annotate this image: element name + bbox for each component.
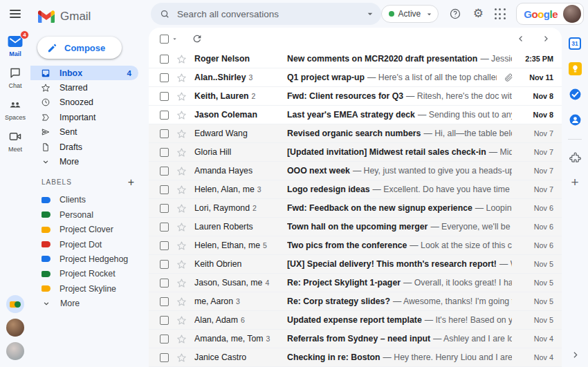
contacts-icon[interactable]: [569, 113, 582, 126]
label-item-project-hedgehog[interactable]: Project Hedgehog: [30, 252, 145, 266]
star-icon[interactable]: [176, 203, 187, 214]
email-row[interactable]: Alan, Adam6Updated expense report templa…: [149, 311, 562, 330]
search-options-caret-icon[interactable]: [365, 8, 376, 19]
label-name: Project Skyline: [59, 284, 116, 294]
newer-page-icon[interactable]: [516, 34, 526, 44]
app-shortcut-avatar[interactable]: [6, 295, 24, 313]
keep-icon[interactable]: [569, 62, 582, 75]
collapse-panel-icon[interactable]: [570, 350, 580, 360]
select-caret-icon[interactable]: [170, 35, 179, 44]
select-all-checkbox[interactable]: [160, 35, 169, 44]
email-row[interactable]: Amanda, me, Tom3Referrals from Sydney – …: [149, 330, 562, 348]
row-checkbox[interactable]: [160, 111, 169, 120]
email-row[interactable]: Keith Obrien[UX] Special delivery! This …: [149, 255, 562, 274]
email-row[interactable]: Helen, Alan, me3Logo redesign ideas— Exc…: [149, 180, 562, 199]
row-checkbox[interactable]: [160, 92, 169, 101]
star-icon[interactable]: [176, 259, 187, 270]
calendar-icon[interactable]: 31: [569, 37, 581, 50]
star-icon[interactable]: [176, 91, 187, 102]
settings-gear-icon[interactable]: ⚙: [472, 8, 484, 20]
email-subject: Revised organic search numbers: [287, 129, 421, 138]
email-row[interactable]: Alan..Shirley3Q1 project wrap-up— Here's…: [149, 68, 562, 87]
email-row[interactable]: Jason, Susan, me4Re: Project Skylight 1-…: [149, 274, 562, 292]
tasks-icon[interactable]: [569, 88, 582, 101]
email-row[interactable]: Helen, Ethan, me5Two pics from the confe…: [149, 236, 562, 255]
star-icon[interactable]: [176, 278, 187, 288]
compose-button[interactable]: Compose: [37, 37, 122, 59]
row-checkbox[interactable]: [160, 353, 169, 362]
get-addons-plus-icon[interactable]: +: [571, 177, 578, 188]
email-row[interactable]: Janice CastroChecking in re: Boston— Hey…: [149, 348, 562, 367]
sidebar-item-more[interactable]: More: [30, 154, 138, 169]
row-checkbox[interactable]: [160, 55, 169, 64]
star-icon[interactable]: [176, 222, 187, 232]
row-checkbox[interactable]: [160, 148, 169, 157]
profile-avatar[interactable]: [563, 5, 581, 23]
row-checkbox[interactable]: [160, 297, 169, 306]
star-icon[interactable]: [176, 241, 187, 251]
main-menu-button[interactable]: [10, 10, 21, 18]
sidebar-item-sent[interactable]: Sent: [30, 125, 138, 140]
row-checkbox[interactable]: [160, 185, 169, 194]
email-row[interactable]: me, Aaron3Re: Corp strategy slides?— Awe…: [149, 292, 562, 311]
help-icon[interactable]: [449, 8, 461, 20]
sidebar-item-snoozed[interactable]: Snoozed: [30, 95, 138, 110]
email-row[interactable]: Edward WangRevised organic search number…: [149, 124, 562, 143]
rail-item-spaces[interactable]: Spaces: [5, 98, 26, 121]
rail-item-chat[interactable]: Chat: [7, 66, 24, 89]
row-checkbox[interactable]: [160, 73, 169, 82]
label-item-project-clover[interactable]: Project Clover: [30, 223, 145, 237]
sidebar-item-important[interactable]: Important: [30, 110, 138, 124]
row-checkbox[interactable]: [160, 335, 169, 344]
email-row[interactable]: Lori, Raymond2Fwd: Feedback on the new s…: [149, 199, 562, 218]
star-icon[interactable]: [176, 334, 187, 344]
apps-grid-icon[interactable]: [495, 8, 506, 19]
rail-item-meet[interactable]: Meet: [7, 130, 24, 153]
addons-puzzle-icon[interactable]: [569, 151, 582, 164]
email-row[interactable]: Keith, Lauren2Fwd: Client resources for …: [149, 87, 562, 106]
row-checkbox[interactable]: [160, 167, 169, 176]
sidebar-item-starred[interactable]: Starred: [30, 80, 138, 95]
contact-avatar-1[interactable]: [6, 319, 24, 337]
star-icon[interactable]: [176, 297, 187, 307]
select-all-control[interactable]: [160, 35, 179, 44]
star-icon[interactable]: [176, 166, 187, 176]
star-icon[interactable]: [176, 147, 187, 158]
row-checkbox[interactable]: [160, 260, 169, 269]
refresh-icon[interactable]: [192, 33, 203, 44]
star-icon[interactable]: [176, 129, 187, 139]
create-label-button[interactable]: +: [128, 178, 134, 187]
row-checkbox[interactable]: [160, 279, 169, 288]
star-icon[interactable]: [176, 315, 187, 326]
search-bar[interactable]: [151, 3, 381, 25]
row-checkbox[interactable]: [160, 204, 169, 213]
label-item-project-rocket[interactable]: Project Rocket: [30, 267, 145, 281]
star-icon[interactable]: [176, 185, 187, 195]
email-row[interactable]: Lauren RobertsTown hall on the upcoming …: [149, 218, 562, 236]
contact-avatar-2[interactable]: [6, 342, 24, 360]
row-checkbox[interactable]: [160, 316, 169, 325]
rail-item-mail[interactable]: 4 Mail: [7, 35, 24, 57]
star-icon[interactable]: [176, 110, 187, 120]
google-account-chip[interactable]: Google: [516, 3, 584, 25]
email-row[interactable]: Gloria Hill[Updated invitation] Midwest …: [149, 143, 562, 162]
status-selector[interactable]: Active: [381, 5, 439, 23]
sidebar-item-drafts[interactable]: Drafts: [30, 140, 138, 154]
row-checkbox[interactable]: [160, 129, 169, 138]
labels-more[interactable]: More: [30, 296, 145, 310]
label-item-clients[interactable]: Clients: [30, 193, 145, 207]
email-row[interactable]: Amanda HayesOOO next week— Hey, just wan…: [149, 162, 562, 180]
older-page-icon[interactable]: [541, 34, 551, 44]
row-checkbox[interactable]: [160, 223, 169, 232]
sidebar-item-inbox[interactable]: Inbox4: [30, 66, 138, 80]
star-icon[interactable]: [176, 73, 187, 83]
search-input[interactable]: [177, 9, 358, 19]
star-icon[interactable]: [176, 352, 187, 363]
label-item-project-dot[interactable]: Project Dot: [30, 237, 145, 252]
email-row[interactable]: Jason ColemanLast year's EMEA strategy d…: [149, 106, 562, 124]
row-checkbox[interactable]: [160, 241, 169, 250]
email-row[interactable]: Roger NelsonNew comments on MCR2020 draf…: [149, 50, 562, 68]
label-item-project-skyline[interactable]: Project Skyline: [30, 281, 145, 296]
star-icon[interactable]: [176, 54, 187, 64]
label-item-personal[interactable]: Personal: [30, 207, 145, 222]
